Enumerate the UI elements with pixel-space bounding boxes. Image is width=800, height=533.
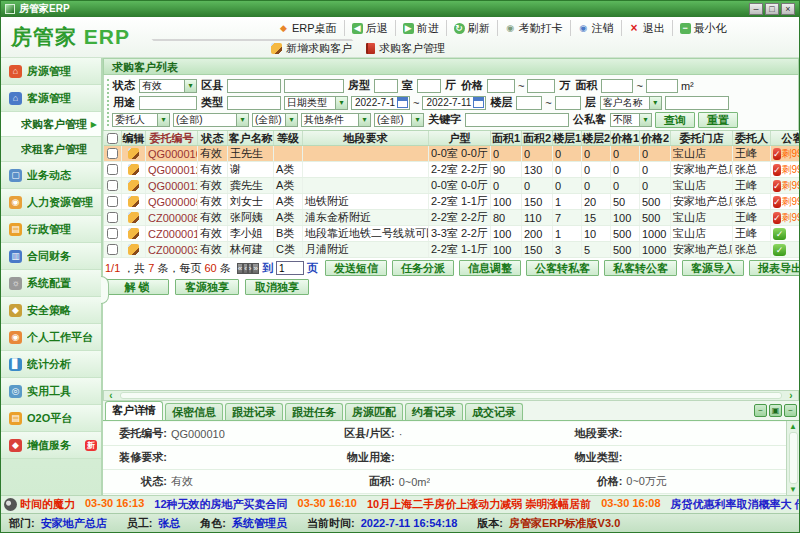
- table-row[interactable]: QG000009 有效 刘女士 A类 地铁附近 2-2室 1-1厅 100 15…: [104, 194, 799, 210]
- detail-tab[interactable]: 保密信息: [165, 403, 223, 420]
- pane-button[interactable]: −: [784, 404, 797, 417]
- edit-pencil-icon[interactable]: [128, 196, 139, 207]
- datetype-select[interactable]: 日期类型▾: [284, 96, 348, 110]
- edit-pencil-icon[interactable]: [128, 164, 139, 175]
- date-from-input[interactable]: 2022-7-1: [351, 96, 410, 110]
- edit-pencil-icon[interactable]: [128, 212, 139, 223]
- search-field-input[interactable]: [665, 96, 729, 110]
- toolbar-button[interactable]: ◉考勤打卡: [498, 20, 571, 36]
- sidebar-item[interactable]: ⌂ 房源管理: [1, 58, 101, 85]
- row-checkbox[interactable]: [107, 180, 118, 191]
- detail-tab[interactable]: 客户详情: [105, 401, 163, 420]
- scroll-up-icon[interactable]: ▲: [789, 422, 797, 431]
- edit-pencil-icon[interactable]: [128, 228, 139, 239]
- tab-buy-customer-manage[interactable]: 求购客户管理: [366, 41, 445, 56]
- window-minimize-button[interactable]: –: [749, 3, 763, 15]
- action-button[interactable]: 发送短信: [325, 260, 387, 276]
- detail-tab[interactable]: 约看记录: [405, 403, 463, 420]
- row-checkbox[interactable]: [107, 196, 118, 207]
- district-input[interactable]: [227, 79, 281, 93]
- rooms-input[interactable]: [374, 79, 398, 93]
- action-button[interactable]: 解 锁: [105, 279, 169, 295]
- area-zone-input[interactable]: [284, 79, 344, 93]
- all-select-3[interactable]: (全部)▾: [374, 113, 424, 127]
- delegate-all-select[interactable]: (全部)▾: [173, 113, 249, 127]
- row-checkbox[interactable]: [107, 244, 118, 255]
- pager-button[interactable]: »: [252, 263, 258, 274]
- ticker-item[interactable]: 12种无效的房地产买卖合同: [154, 497, 287, 512]
- sidebar-item[interactable]: ▤ 行政管理: [1, 216, 101, 243]
- status-select[interactable]: 有效▾: [139, 79, 197, 93]
- usage-input[interactable]: [139, 96, 197, 110]
- toolbar-button[interactable]: ×退出: [622, 20, 673, 36]
- toolbar-button[interactable]: ◀后退: [345, 20, 396, 36]
- table-row[interactable]: CZ000003 有效 林何建 C类 月浦附近 2-2室 1-1厅 100 15…: [104, 242, 799, 258]
- ticker-item[interactable]: 03-30 16:13: [85, 497, 144, 512]
- toolbar-button[interactable]: ▶前进: [396, 20, 447, 36]
- delegate-select[interactable]: 委托人▾: [112, 113, 170, 127]
- pane-button[interactable]: −: [754, 404, 767, 417]
- scroll-left-icon[interactable]: ‹: [104, 391, 118, 400]
- pane-button[interactable]: ▣: [769, 404, 782, 417]
- area-max-input[interactable]: [646, 79, 678, 93]
- calendar-icon[interactable]: [473, 97, 484, 108]
- vertical-scrollbar[interactable]: ▲ ▼: [786, 421, 799, 495]
- scroll-down-icon[interactable]: ▼: [789, 485, 797, 494]
- toolbar-button[interactable]: −最小化: [673, 20, 734, 36]
- sidebar-item[interactable]: ☼ 系统配置: [1, 270, 101, 297]
- detail-tab[interactable]: 跟进任务: [285, 403, 343, 420]
- tab-new-buy-customer[interactable]: 新增求购客户: [271, 41, 352, 56]
- price-min-input[interactable]: [487, 79, 515, 93]
- action-button[interactable]: 信息调整: [459, 260, 521, 276]
- detail-tab[interactable]: 跟进记录: [225, 403, 283, 420]
- sidebar-item[interactable]: 求购客户管理 ▶: [1, 112, 101, 137]
- row-checkbox[interactable]: [107, 148, 118, 159]
- sidebar-item[interactable]: ⌂ 客源管理: [1, 85, 101, 112]
- date-to-input[interactable]: 2022-7-11: [422, 96, 486, 110]
- search-field-select[interactable]: 客户名称▾: [600, 96, 662, 110]
- sidebar-item[interactable]: ▢ 业务动态: [1, 162, 101, 189]
- action-button[interactable]: 取消独享: [245, 279, 309, 295]
- table-row[interactable]: QG000011 有效 龚先生 A类 0-0室 0-0厅 0 0 0 0 0 0: [104, 178, 799, 194]
- select-all-checkbox[interactable]: [107, 133, 118, 144]
- sidebar-item[interactable]: ◎ 实用工具: [1, 378, 101, 405]
- edit-pencil-icon[interactable]: [128, 148, 139, 159]
- window-maximize-button[interactable]: □: [765, 3, 779, 15]
- sidebar-collapse-handle[interactable]: [101, 276, 109, 304]
- table-row[interactable]: CZ000008 有效 张阿姨 A类 浦东金桥附近 2-2室 2-2厅 80 1…: [104, 210, 799, 226]
- area-min-input[interactable]: [601, 79, 633, 93]
- scrollbar-thumb[interactable]: [789, 432, 798, 484]
- ticker-item[interactable]: 房贷优惠利率取消概率大 传言四起促: [671, 497, 799, 512]
- sidebar-item[interactable]: ▥ 合同财务: [1, 243, 101, 270]
- action-button[interactable]: 任务分派: [392, 260, 454, 276]
- toolbar-button[interactable]: ◉注销: [571, 20, 622, 36]
- all-select-2[interactable]: (全部)▾: [252, 113, 298, 127]
- table-row[interactable]: QG000012 有效 谢 A类 2-2室 2-2厅 90 130 0 0 0 …: [104, 162, 799, 178]
- window-close-button[interactable]: ×: [781, 3, 795, 15]
- row-checkbox[interactable]: [107, 228, 118, 239]
- ticker-item[interactable]: 03-30 16:10: [298, 497, 357, 512]
- reset-button[interactable]: 重置: [698, 112, 738, 128]
- edit-pencil-icon[interactable]: [128, 180, 139, 191]
- action-button[interactable]: 客源独享: [175, 279, 239, 295]
- halls-input[interactable]: [417, 79, 441, 93]
- other-condition-select[interactable]: 其他条件▾: [301, 113, 371, 127]
- table-row[interactable]: CZ000001 有效 李小姐 B类 地段靠近地铁二号线就可以 3-3室 2-2…: [104, 226, 799, 242]
- action-button[interactable]: 客源导入: [682, 260, 744, 276]
- public-private-select[interactable]: 不限▾: [610, 113, 652, 127]
- action-button[interactable]: 公客转私客: [526, 260, 599, 276]
- row-checkbox[interactable]: [107, 164, 118, 175]
- row-checkbox[interactable]: [107, 212, 118, 223]
- type-input[interactable]: [227, 96, 281, 110]
- keyword-input[interactable]: [465, 113, 569, 127]
- ticker-item[interactable]: 10月上海二手房价上涨动力减弱 崇明涨幅居前: [367, 497, 591, 512]
- action-button[interactable]: 报表导出: [749, 260, 799, 276]
- detail-tab[interactable]: 成交记录: [465, 403, 523, 420]
- ticker-item[interactable]: 时间的魔力: [20, 497, 75, 512]
- scroll-right-icon[interactable]: ›: [784, 391, 798, 400]
- toolbar-button[interactable]: ↻刷新: [447, 20, 498, 36]
- sidebar-item[interactable]: ◆ 安全策略: [1, 297, 101, 324]
- table-row[interactable]: QG000010 有效 王先生 0-0室 0-0厅 0 0 0 0 0 0: [104, 146, 799, 162]
- calendar-icon[interactable]: [397, 97, 408, 108]
- sidebar-item[interactable]: ▤ O2O平台: [1, 405, 101, 432]
